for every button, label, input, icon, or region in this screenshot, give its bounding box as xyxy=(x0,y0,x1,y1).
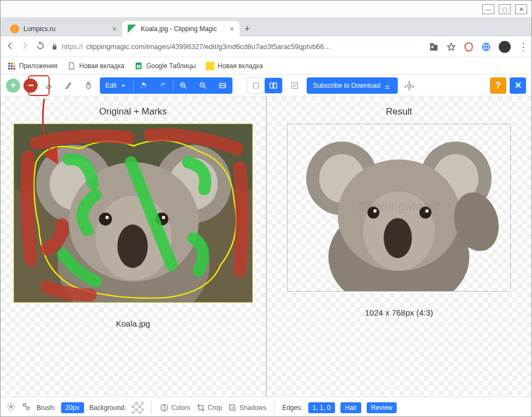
image-settings-icon[interactable] xyxy=(21,402,31,413)
tab-close-icon[interactable]: × xyxy=(112,25,117,33)
svg-point-49 xyxy=(384,218,412,258)
bookmark-newtab-1[interactable]: Новая вкладка xyxy=(67,62,124,70)
tab-close-icon[interactable]: × xyxy=(230,25,234,33)
original-title: Original + Marks xyxy=(99,106,167,117)
window-maximize[interactable]: ▢ xyxy=(499,4,511,14)
hair-button[interactable]: Hair xyxy=(340,402,361,413)
globe-icon[interactable] xyxy=(481,42,491,52)
clippingmagic-favicon xyxy=(128,25,136,33)
undo-button[interactable] xyxy=(134,77,153,94)
svg-point-38 xyxy=(99,213,112,226)
background-swatch[interactable] xyxy=(131,402,144,414)
tab-lumpics[interactable]: Lumpics.ru × xyxy=(5,20,122,37)
svg-rect-10 xyxy=(13,68,15,69)
redo-button[interactable] xyxy=(153,77,173,94)
view-single[interactable] xyxy=(247,81,265,90)
fit-button[interactable] xyxy=(213,77,232,94)
profile-avatar[interactable] xyxy=(499,41,511,53)
forward-button[interactable] xyxy=(20,41,30,52)
window-close[interactable]: ✕ xyxy=(515,4,527,14)
callout-highlight xyxy=(28,75,50,96)
result-canvas[interactable]: ClippingMagic xyxy=(287,124,511,292)
svg-rect-7 xyxy=(13,65,15,67)
result-pane: Result ClippingMagic 1024 x 768px (4:3) xyxy=(267,96,532,397)
edges-value[interactable]: 1, 1, 0 xyxy=(308,402,335,413)
scalpel-tool[interactable] xyxy=(61,77,77,94)
subscribe-download-button[interactable]: Subscribe to Download xyxy=(307,77,398,94)
checkbox-preview[interactable] xyxy=(286,77,303,94)
help-button[interactable]: ? xyxy=(490,77,506,94)
svg-rect-24 xyxy=(253,83,258,88)
tab-strip: Lumpics.ru × Koala.jpg - Clipping Magic … xyxy=(1,18,531,37)
bookmark-sheets[interactable]: Google Таблицы xyxy=(134,62,196,70)
window-chrome: — ▢ ✕ xyxy=(1,1,531,18)
address-bar[interactable]: https:// clippingmagic.com/images/439983… xyxy=(51,43,423,51)
svg-point-41 xyxy=(162,216,165,219)
main-split: Original + Marks xyxy=(1,96,531,397)
svg-rect-4 xyxy=(13,63,15,64)
url-bar: https:// clippingmagic.com/images/439983… xyxy=(1,37,531,57)
tab-clippingmagic[interactable]: Koala.jpg - Clipping Magic × xyxy=(122,20,240,37)
view-split[interactable] xyxy=(265,78,282,93)
new-tab-button[interactable]: + xyxy=(240,21,255,37)
svg-line-20 xyxy=(204,87,206,88)
review-button[interactable]: Review xyxy=(367,402,397,413)
bottom-toolbar: Brush: 20px Background: Colors Crop Shad… xyxy=(1,397,531,417)
zoom-in-button[interactable] xyxy=(174,77,193,94)
watermark: ClippingMagic xyxy=(288,200,510,214)
svg-point-0 xyxy=(465,43,473,51)
svg-rect-9 xyxy=(11,68,13,69)
shadows-button[interactable]: Shadows xyxy=(228,403,266,413)
svg-rect-3 xyxy=(11,63,13,64)
reload-button[interactable] xyxy=(35,41,45,52)
svg-rect-59 xyxy=(231,406,236,411)
opera-icon[interactable] xyxy=(464,42,474,52)
svg-rect-5 xyxy=(8,65,10,67)
translate-icon[interactable] xyxy=(429,42,439,52)
bookmarks-bar: Приложения Новая вкладка Google Таблицы … xyxy=(1,57,531,75)
window-minimize[interactable]: — xyxy=(482,4,494,14)
edit-group: Edit xyxy=(100,77,232,94)
back-button[interactable] xyxy=(5,41,15,52)
callout-arrow xyxy=(39,99,71,170)
brush-label: Brush: xyxy=(37,404,56,412)
original-filename: Koala.jpg xyxy=(116,319,150,328)
svg-rect-6 xyxy=(11,65,13,67)
foreground-mark-tool[interactable]: + xyxy=(6,78,20,93)
svg-rect-26 xyxy=(273,83,276,88)
zoom-out-button[interactable] xyxy=(193,77,213,94)
close-editor-button[interactable]: ✕ xyxy=(510,77,526,94)
settings-icon[interactable] xyxy=(401,77,417,94)
tab-title: Koala.jpg - Clipping Magic xyxy=(141,25,217,33)
edit-dropdown[interactable]: Edit xyxy=(100,77,133,94)
svg-rect-25 xyxy=(270,83,273,88)
app-toolbar: + − Edit Subscribe to Download ? ✕ xyxy=(1,75,531,96)
background-label: Background: xyxy=(89,404,126,412)
brush-size[interactable]: 20px xyxy=(61,402,84,413)
svg-rect-8 xyxy=(8,68,10,69)
svg-point-40 xyxy=(105,216,109,219)
bookmark-newtab-2[interactable]: Новая вкладка xyxy=(206,62,263,70)
view-mode-group xyxy=(247,77,283,94)
tab-title: Lumpics.ru xyxy=(23,25,56,33)
edges-label: Edges: xyxy=(282,404,302,412)
lumpics-favicon xyxy=(10,25,19,33)
menu-icon[interactable]: ⋮ xyxy=(518,41,527,53)
colors-button[interactable]: Colors xyxy=(159,403,190,413)
lock-icon xyxy=(51,43,58,51)
apps-shortcut[interactable]: Приложения xyxy=(7,62,57,70)
svg-line-16 xyxy=(184,87,186,88)
star-icon[interactable] xyxy=(446,42,456,52)
svg-rect-2 xyxy=(8,63,10,64)
pan-tool[interactable] xyxy=(80,77,97,94)
result-dimensions: 1024 x 768px (4:3) xyxy=(365,308,433,317)
crop-button[interactable]: Crop xyxy=(196,403,222,413)
result-title: Result xyxy=(386,106,412,117)
url-protocol: https:// xyxy=(62,43,83,51)
svg-point-55 xyxy=(10,406,13,408)
url-path: clippingmagic.com/images/43998327/edit/g… xyxy=(86,43,331,51)
svg-point-37 xyxy=(117,225,148,268)
output-settings-icon[interactable] xyxy=(6,402,16,413)
